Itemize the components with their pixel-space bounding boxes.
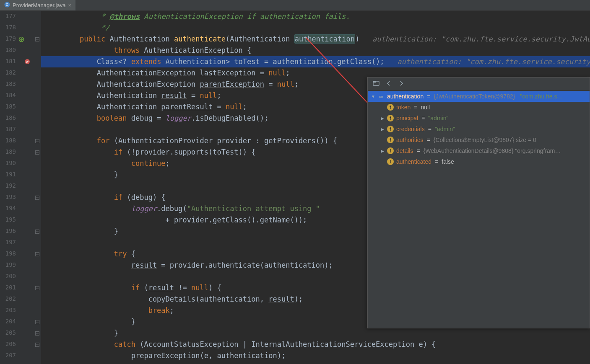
expand-arrow-icon[interactable]: ▶ (379, 116, 385, 121)
field-icon: f (387, 158, 394, 165)
fold-toggle-icon[interactable] (35, 196, 39, 200)
debug-field-node[interactable]: fauthenticated=false (368, 156, 590, 167)
line-number: 190 (0, 160, 16, 166)
line-number: 191 (0, 171, 16, 178)
expand-arrow-icon[interactable]: ▶ (379, 149, 385, 153)
line-number: 180 (0, 46, 16, 53)
debug-field-node[interactable]: ftoken=null (368, 102, 590, 113)
fold-toggle-icon[interactable] (35, 150, 39, 155)
fold-toggle-icon[interactable] (35, 320, 39, 324)
svg-rect-26 (373, 81, 376, 83)
code-line[interactable]: } (41, 328, 590, 339)
line-number: 206 (0, 341, 16, 347)
object-icon: ∞ (378, 93, 385, 100)
close-icon[interactable]: × (68, 2, 71, 8)
line-number: 197 (0, 239, 16, 245)
line-number: 202 (0, 295, 16, 302)
expand-arrow-icon[interactable] (379, 138, 385, 142)
override-method-icon[interactable] (18, 36, 24, 42)
debug-field-node[interactable]: fauthorities={Collections$EmptyList@9807… (368, 134, 590, 145)
line-number: 179 (0, 35, 16, 42)
line-number: 192 (0, 182, 16, 189)
field-icon: f (387, 147, 394, 154)
debug-field-node[interactable]: ▶fcredentials="admin" (368, 124, 590, 134)
line-number: 188 (0, 137, 16, 144)
field-icon: f (387, 137, 394, 143)
line-number: 178 (0, 24, 16, 31)
fold-toggle-icon[interactable] (35, 331, 39, 336)
expand-arrow-icon[interactable]: ▼ (370, 94, 376, 99)
breakpoint-icon[interactable] (24, 59, 30, 65)
expand-arrow-icon[interactable]: ▶ (379, 127, 385, 132)
editor-tabbar: C ProviderManager.java × (0, 0, 590, 11)
debug-field-node[interactable]: ▶fprincipal="admin" (368, 113, 590, 124)
java-class-icon: C (4, 2, 10, 9)
line-number: 201 (0, 284, 16, 291)
line-number: 193 (0, 194, 16, 200)
field-icon: f (387, 126, 394, 132)
line-number: 187 (0, 126, 16, 132)
fold-toggle-icon[interactable] (35, 139, 39, 143)
line-number: 198 (0, 250, 16, 257)
code-line[interactable]: Class<? extends Authentication> toTest =… (41, 56, 590, 67)
debugger-variables-popup[interactable]: ▼∞authentication={JwtAuthenticatioToken@… (367, 77, 590, 328)
debugger-toolbar (368, 77, 590, 91)
line-number: 200 (0, 273, 16, 279)
code-line[interactable]: */ (41, 22, 590, 34)
fold-toggle-icon[interactable] (35, 230, 39, 234)
project-icon[interactable] (373, 80, 379, 88)
line-number: 195 (0, 216, 16, 223)
expand-arrow-icon[interactable] (379, 105, 385, 110)
line-number: 199 (0, 261, 16, 268)
fold-toggle-icon[interactable] (35, 252, 39, 256)
svg-text:C: C (6, 3, 9, 7)
code-line[interactable]: throws AuthenticationException { (41, 45, 590, 56)
fold-toggle-icon[interactable] (35, 343, 39, 347)
editor-gutter[interactable]: 1771781791801811821831841851861871881891… (0, 11, 41, 364)
editor-tab[interactable]: C ProviderManager.java × (0, 0, 75, 10)
line-number: 177 (0, 13, 16, 19)
line-number: 207 (0, 352, 16, 359)
line-number: 181 (0, 58, 16, 65)
line-number: 182 (0, 69, 16, 76)
line-number: 185 (0, 103, 16, 110)
debug-root-node[interactable]: ▼∞authentication={JwtAuthenticatioToken@… (368, 91, 590, 102)
line-number: 204 (0, 318, 16, 325)
fold-toggle-icon[interactable] (35, 286, 39, 290)
code-line[interactable]: prepareException(e, authentication); (41, 350, 590, 361)
code-line[interactable]: public Authentication authenticate(Authe… (41, 34, 590, 45)
line-number: 196 (0, 227, 16, 234)
tab-filename: ProviderManager.java (13, 2, 65, 8)
field-icon: f (387, 104, 394, 111)
debugger-tree[interactable]: ▼∞authentication={JwtAuthenticatioToken@… (368, 91, 590, 328)
fold-toggle-icon[interactable] (35, 37, 39, 41)
line-number: 205 (0, 329, 16, 336)
line-number: 189 (0, 148, 16, 155)
debug-field-node[interactable]: ▶fdetails={WebAuthenticationDetails@9808… (368, 145, 590, 156)
line-number: 194 (0, 205, 16, 212)
expand-arrow-icon[interactable] (379, 160, 385, 164)
line-number: 183 (0, 80, 16, 87)
line-number: 186 (0, 114, 16, 121)
field-icon: f (387, 115, 394, 121)
code-line[interactable]: catch (AccountStatusException | Internal… (41, 339, 590, 350)
nav-back-icon[interactable] (385, 80, 392, 88)
line-number: 184 (0, 92, 16, 98)
line-number: 203 (0, 307, 16, 313)
code-line[interactable]: * @throws AuthenticationException if aut… (41, 11, 590, 22)
nav-forward-icon[interactable] (398, 80, 405, 88)
